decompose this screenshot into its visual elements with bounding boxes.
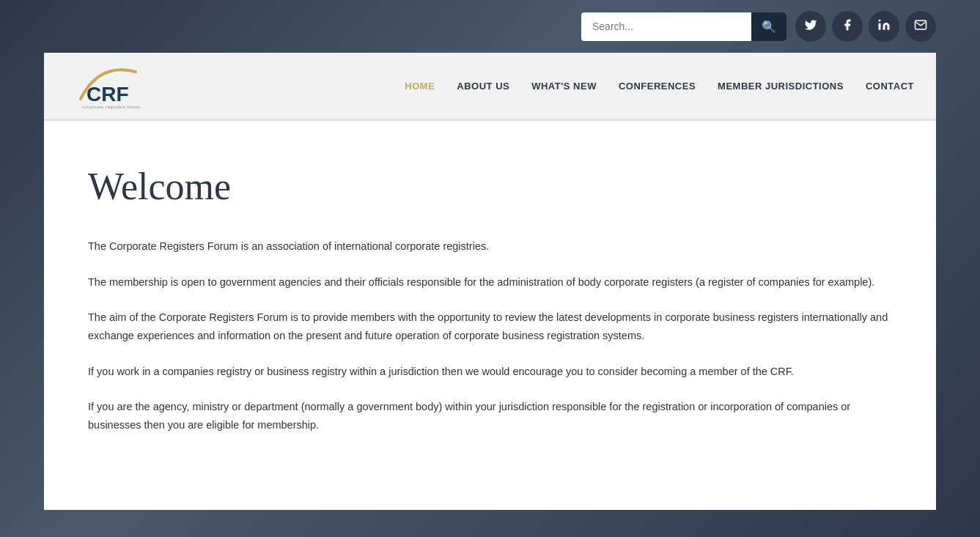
- logo: CRF corporate registers forum: [66, 59, 154, 114]
- social-icons: [795, 11, 936, 42]
- paragraph-1: The Corporate Registers Forum is an asso…: [88, 237, 892, 256]
- nav-item-member-jurisdictions: MEMBER JURISDICTIONS: [718, 79, 844, 92]
- nav-item-contact: CONTACT: [866, 79, 914, 92]
- search-container: 🔍: [581, 12, 786, 41]
- nav-link-about[interactable]: ABOUT US: [457, 81, 509, 92]
- nav-link-home[interactable]: HOME: [405, 81, 435, 92]
- nav-link-contact[interactable]: CONTACT: [866, 81, 914, 92]
- main-wrapper: CRF corporate registers forum HOME ABOUT…: [44, 53, 936, 510]
- svg-point-0: [879, 20, 881, 22]
- email-link[interactable]: [905, 11, 936, 42]
- paragraph-3: The aim of the Corporate Registers Forum…: [88, 308, 892, 344]
- search-icon: 🔍: [762, 21, 776, 33]
- facebook-link[interactable]: [832, 11, 863, 42]
- nav-item-home: HOME: [405, 79, 435, 92]
- logo-link[interactable]: CRF corporate registers forum: [66, 59, 154, 114]
- email-icon: [914, 18, 927, 34]
- page-title: Welcome: [88, 165, 892, 208]
- svg-text:CRF: CRF: [86, 83, 129, 105]
- nav-link-conferences[interactable]: CONFERENCES: [619, 81, 696, 92]
- linkedin-icon: [877, 18, 891, 34]
- navigation: CRF corporate registers forum HOME ABOUT…: [44, 53, 936, 119]
- top-bar: 🔍: [0, 0, 980, 53]
- paragraph-2: The membership is open to government age…: [88, 273, 892, 292]
- nav-item-conferences: CONFERENCES: [619, 79, 696, 92]
- content-area: Welcome The Corporate Registers Forum is…: [44, 121, 936, 510]
- twitter-link[interactable]: [795, 11, 826, 42]
- twitter-icon: [804, 18, 817, 34]
- nav-links: HOME ABOUT US WHAT'S NEW CONFERENCES MEM…: [405, 79, 914, 92]
- paragraph-4: If you work in a companies registry or b…: [88, 363, 892, 381]
- nav-item-about: ABOUT US: [457, 79, 509, 92]
- nav-link-member-jurisdictions[interactable]: MEMBER JURISDICTIONS: [718, 81, 844, 92]
- nav-link-whats-new[interactable]: WHAT'S NEW: [531, 81, 597, 92]
- paragraph-5: If you are the agency, ministry or depar…: [88, 398, 892, 434]
- svg-text:corporate registers forum: corporate registers forum: [82, 105, 141, 109]
- search-button[interactable]: 🔍: [751, 12, 786, 41]
- nav-item-whats-new: WHAT'S NEW: [531, 79, 597, 92]
- linkedin-link[interactable]: [869, 11, 899, 42]
- facebook-icon: [841, 18, 854, 34]
- search-input[interactable]: [581, 13, 751, 40]
